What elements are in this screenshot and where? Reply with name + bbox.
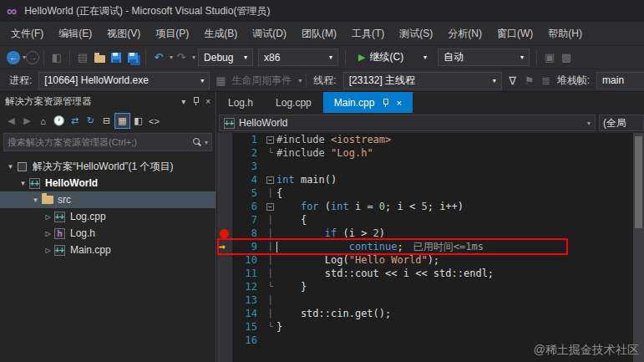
search-input[interactable] — [8, 137, 193, 147]
fold-marker-icon[interactable]: − — [264, 133, 276, 146]
code-text[interactable]: int main() — [276, 173, 644, 186]
code-line-2[interactable]: 2└#include "Log.h" — [217, 146, 644, 160]
scrollbar-thumb[interactable] — [635, 136, 642, 228]
refresh-icon[interactable]: ↻ — [83, 113, 99, 129]
switch-views-icon[interactable]: 🕐 — [51, 113, 67, 129]
auto-combo[interactable]: 自动 ▾ — [438, 48, 530, 66]
glyph-margin-cell[interactable] — [217, 320, 232, 334]
navigate-back-icon[interactable]: ← — [7, 51, 20, 64]
glyph-margin-cell[interactable] — [217, 160, 232, 173]
breakpoint-icon[interactable] — [220, 229, 229, 238]
menu-item[interactable]: 工具(T) — [344, 23, 392, 45]
tab-log-h[interactable]: Log.h — [217, 92, 264, 113]
save-all-icon[interactable] — [124, 48, 141, 67]
close-icon[interactable]: × — [205, 97, 210, 106]
code-text[interactable]: { — [276, 213, 644, 227]
menu-item[interactable]: 项目(P) — [148, 23, 196, 45]
flag-threads-icon[interactable]: ⚑ — [521, 71, 538, 89]
code-line-3[interactable]: 3 — [217, 160, 644, 173]
tree-item-src[interactable]: ▼src — [0, 191, 216, 208]
tree-item--helloworld-1-[interactable]: ▼解决方案“HelloWorld”(1 个项目) — [0, 158, 216, 175]
code-line-14[interactable]: 14│ std::cin.get(); — [217, 307, 644, 320]
window-position-chevron-icon[interactable]: ▾ — [181, 97, 185, 106]
solution-configuration-combo[interactable]: Debug ▾ — [198, 48, 253, 66]
save-icon[interactable] — [108, 48, 124, 67]
code-line-10[interactable]: 10│ Log("Hello World"); — [217, 253, 644, 267]
code-text[interactable]: #include "Log.h" — [276, 146, 644, 160]
show-threads-icon[interactable]: ≣ — [538, 71, 555, 89]
view-code-icon[interactable]: <> — [146, 113, 162, 129]
navigate-forward-icon[interactable]: → — [26, 51, 39, 64]
expander-expanded-icon[interactable]: ▼ — [18, 180, 28, 187]
expander-collapsed-icon[interactable]: ▷ — [43, 213, 53, 221]
redo-icon[interactable]: ↷ — [173, 48, 190, 67]
menu-item[interactable]: 团队(M) — [294, 23, 344, 45]
search-options-chevron-icon[interactable]: ▾ — [205, 139, 208, 146]
undo-icon[interactable]: ↶ — [150, 48, 167, 67]
code-text[interactable]: std::cin.get(); — [276, 307, 644, 320]
fold-marker-icon[interactable]: − — [264, 173, 276, 186]
tree-item-log-cpp[interactable]: ▷++Log.cpp — [0, 208, 216, 225]
glyph-margin-cell[interactable] — [217, 200, 232, 213]
glyph-margin-cell[interactable] — [217, 293, 232, 307]
tree-item-helloworld[interactable]: ▼++HelloWorld — [0, 175, 216, 191]
misc-tool-icon[interactable]: ▣ — [541, 48, 558, 67]
pin-tab-icon[interactable] — [382, 99, 389, 107]
collapse-all-icon[interactable]: ⊟ — [99, 113, 114, 129]
code-line-12[interactable]: 12└ } — [217, 280, 644, 293]
tab-main-cpp[interactable]: Main.cpp× — [323, 92, 413, 113]
redo-chevron-icon[interactable]: ▾ — [192, 54, 195, 61]
glyph-margin-cell[interactable] — [217, 253, 232, 267]
menu-item[interactable]: 分析(N) — [440, 23, 489, 45]
glyph-margin-cell[interactable] — [217, 146, 232, 160]
menu-item[interactable]: 生成(B) — [196, 23, 245, 45]
code-line-8[interactable]: 8│ if (i > 2) — [217, 227, 644, 240]
show-all-files-icon[interactable]: ▦ — [114, 113, 130, 129]
continue-button[interactable]: ▶ 继续(C) ▾ — [352, 48, 433, 66]
glyph-margin-cell[interactable] — [217, 173, 232, 186]
new-file-icon[interactable]: ▤ — [74, 48, 91, 67]
code-editor[interactable]: 1−#include <iostream>2└#include "Log.h"3… — [217, 133, 644, 362]
code-line-15[interactable]: 15└} — [217, 320, 644, 334]
code-text[interactable]: std::cout << i << std::endl; — [276, 267, 644, 280]
expander-expanded-icon[interactable]: ▼ — [5, 163, 16, 171]
filter-funnel-icon[interactable]: ∇ — [505, 71, 521, 89]
pin-icon[interactable] — [192, 97, 200, 105]
properties-icon[interactable]: ◧ — [130, 113, 146, 129]
code-text[interactable]: { — [276, 186, 644, 200]
code-text[interactable]: Log("Hello World"); — [276, 253, 644, 267]
se-forward-icon[interactable]: ▶ — [19, 113, 35, 129]
menu-item[interactable]: 帮助(H) — [540, 23, 590, 45]
stack-frame-combo[interactable]: main — [596, 72, 644, 89]
search-icon[interactable] — [193, 138, 202, 147]
glyph-margin-cell[interactable] — [217, 280, 232, 293]
tree-item-log-h[interactable]: ▷hLog.h — [0, 225, 216, 242]
expander-expanded-icon[interactable]: ▼ — [30, 196, 41, 204]
expander-collapsed-icon[interactable]: ▷ — [43, 247, 53, 254]
thread-combo[interactable]: [23132] 主线程 ▾ — [343, 72, 502, 89]
code-text[interactable]: } — [276, 320, 644, 334]
code-line-7[interactable]: 7│ { — [217, 213, 644, 227]
home-icon[interactable]: ⌂ — [35, 113, 51, 129]
code-line-11[interactable]: 11│ std::cout << i << std::endl; — [217, 267, 644, 280]
tab-log-cpp[interactable]: Log.cpp — [265, 92, 322, 113]
sync-with-active-document-icon[interactable]: ⇄ — [67, 113, 83, 129]
vertical-scrollbar[interactable] — [633, 133, 644, 362]
glyph-margin-cell[interactable] — [217, 334, 232, 347]
code-text[interactable]: } — [276, 280, 644, 293]
menu-item[interactable]: 窗口(W) — [489, 23, 540, 45]
code-line-13[interactable]: 13│ — [217, 293, 644, 307]
se-back-icon[interactable]: ◀ — [3, 113, 19, 129]
close-tab-icon[interactable]: × — [396, 98, 401, 108]
scope-combo[interactable]: ++ HelloWorld ▾ — [219, 115, 596, 131]
glyph-margin-cell[interactable]: → — [217, 240, 232, 253]
glyph-margin-cell[interactable] — [217, 267, 232, 280]
expander-collapsed-icon[interactable]: ▷ — [43, 230, 53, 237]
menu-item[interactable]: 测试(S) — [392, 23, 440, 45]
misc-tool2-icon[interactable]: ▩ — [558, 48, 575, 67]
glyph-margin-cell[interactable] — [217, 186, 232, 200]
code-line-4[interactable]: 4−int main() — [217, 173, 644, 186]
code-text[interactable]: for (int i = 0; i < 5; i++) — [276, 200, 644, 213]
solution-platform-combo[interactable]: x86 ▾ — [258, 48, 338, 66]
code-text[interactable]: if (i > 2) — [276, 227, 644, 240]
